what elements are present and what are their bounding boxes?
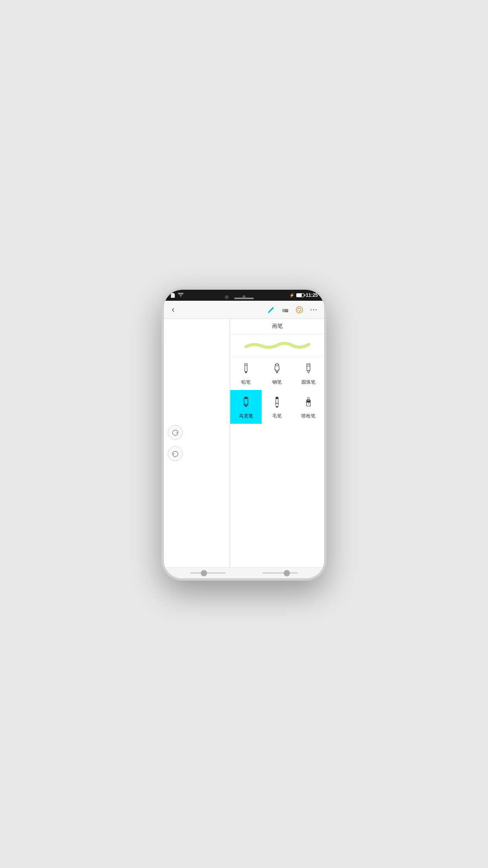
svg-rect-1 (283, 309, 285, 312)
svg-point-7 (297, 310, 299, 311)
toolbar: ‹ (164, 301, 324, 319)
marker-label: 马克笔 (239, 413, 253, 419)
brush-label: 毛笔 (272, 413, 282, 419)
drawing-canvas[interactable] (164, 319, 229, 567)
brush-item-ballpoint[interactable]: 圆珠笔 (293, 356, 324, 390)
pencil-label: 铅笔 (241, 379, 251, 386)
svg-point-5 (299, 307, 301, 309)
back-button[interactable]: ‹ (170, 303, 176, 316)
svg-text:0: 0 (308, 403, 310, 405)
canvas-area[interactable] (164, 319, 230, 567)
pen-tool-icon[interactable] (267, 305, 275, 314)
brush-type-grid: 铅笔 钢笔 (230, 356, 324, 424)
brush-preview (230, 334, 324, 356)
palette-tool-icon[interactable] (295, 305, 304, 314)
speaker (234, 298, 254, 299)
pen-icon (271, 362, 283, 377)
svg-rect-24 (276, 397, 278, 399)
front-camera (225, 295, 229, 299)
spray-icon: 0 (302, 396, 315, 410)
svg-rect-30 (308, 397, 309, 400)
svg-point-11 (316, 309, 317, 310)
opacity-slider[interactable] (262, 572, 298, 574)
size-slider[interactable] (190, 572, 226, 574)
svg-point-9 (310, 309, 312, 310)
size-slider-thumb[interactable] (201, 570, 207, 576)
svg-point-26 (276, 406, 278, 408)
opacity-slider-thumb[interactable] (284, 570, 290, 576)
status-left: 📄 (170, 293, 183, 298)
brush-item-pen[interactable]: 钢笔 (262, 356, 293, 390)
panel-title: 画笔 (230, 319, 324, 334)
brush-item-pencil[interactable]: 铅笔 (230, 356, 262, 390)
brush-item-spray[interactable]: 0 喷枪笔 (293, 390, 324, 424)
battery-icon (296, 293, 304, 297)
ballpoint-icon (302, 362, 315, 377)
brush-panel: 画笔 (230, 319, 324, 567)
svg-point-6 (300, 309, 301, 311)
brush-icon (271, 396, 283, 410)
main-area: 画笔 (164, 319, 324, 567)
time-display: 11:25 (306, 292, 318, 298)
svg-point-4 (298, 308, 299, 309)
phone-frame: 📄 ⚡ 11:25 (161, 287, 327, 581)
spray-label: 喷枪笔 (301, 413, 316, 419)
wifi-icon (178, 293, 183, 298)
bottom-sliders (164, 567, 324, 578)
toolbar-icons (267, 305, 318, 314)
redo-button[interactable] (168, 425, 183, 440)
phone-screen: 📄 ⚡ 11:25 (164, 290, 324, 578)
marker-icon (240, 396, 252, 410)
pencil-icon (240, 362, 252, 377)
undo-button[interactable] (168, 446, 183, 461)
svg-rect-18 (307, 365, 310, 366)
svg-point-8 (299, 311, 301, 312)
svg-rect-20 (245, 397, 247, 399)
more-options-icon[interactable] (309, 305, 318, 314)
svg-rect-22 (245, 406, 247, 407)
svg-point-10 (313, 309, 314, 310)
undo-redo-controls (168, 425, 183, 461)
status-right: ⚡ 11:25 (289, 292, 318, 298)
ballpoint-label: 圆珠笔 (301, 379, 316, 386)
brush-item-brush[interactable]: 毛笔 (262, 390, 293, 424)
app-content: ‹ (164, 301, 324, 578)
document-icon: 📄 (170, 293, 176, 298)
bluetooth-icon: ⚡ (289, 293, 295, 298)
svg-marker-17 (307, 371, 310, 373)
pen-label: 钢笔 (272, 379, 282, 386)
svg-point-3 (296, 306, 303, 313)
eraser-tool-icon[interactable] (281, 305, 290, 314)
brush-item-marker[interactable]: 马克笔 (230, 390, 262, 424)
